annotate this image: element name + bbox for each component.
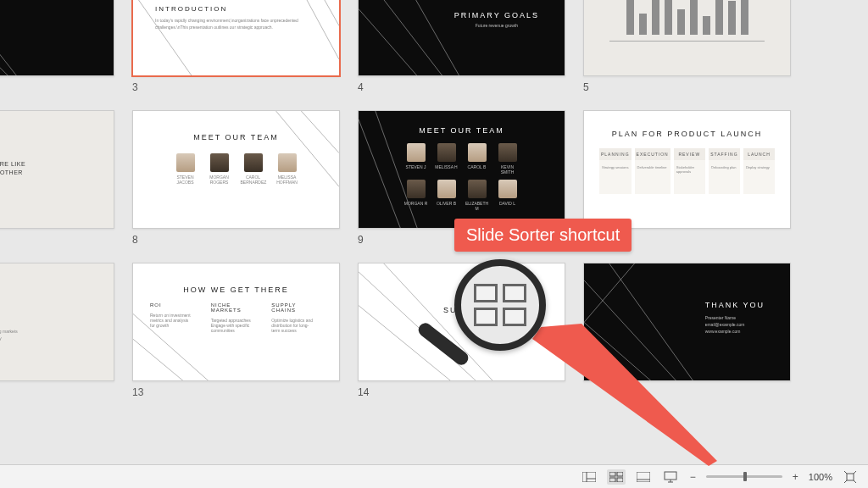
normal-view-button[interactable] bbox=[580, 469, 598, 485]
slide-thumb[interactable]: PRIMARY GOALS Future revenue growth bbox=[358, 0, 565, 76]
slide-body: In today's rapidly changing environment,… bbox=[155, 18, 317, 30]
svg-line-38 bbox=[844, 471, 847, 474]
annotation-magnifier bbox=[454, 259, 546, 351]
fit-to-window-button[interactable] bbox=[841, 469, 860, 485]
slide-thumb[interactable]: ESS OPPORTUNITIES ARE LIKE S. THERE'S AL… bbox=[0, 110, 114, 229]
slide-thumb[interactable]: MEET OUR TEAM STEVEN J MELISSA H CAROL B… bbox=[358, 110, 565, 229]
svg-line-11 bbox=[301, 111, 339, 153]
slide-thumb[interactable]: THANK YOU Presenter Nameemail@example.co… bbox=[583, 263, 791, 381]
svg-rect-32 bbox=[637, 472, 650, 482]
svg-line-9 bbox=[392, 0, 459, 76]
zoom-in-button[interactable]: + bbox=[791, 471, 800, 483]
slide-title: MEET OUR TEAM bbox=[133, 133, 339, 141]
slide-thumb[interactable]: HOW WE GET THERE ROIReturn on investment… bbox=[132, 263, 340, 381]
svg-line-23 bbox=[584, 263, 635, 322]
bar-chart bbox=[584, 0, 790, 35]
zoom-percent[interactable]: 100% bbox=[809, 472, 832, 482]
slide-title: THANK YOU bbox=[705, 301, 765, 309]
slide-title: MEET OUR TEAM bbox=[359, 126, 565, 135]
slide-number: 9 bbox=[358, 234, 364, 246]
team-row: STEVEN J MELISSA H CAROL B KEVIN SMITH bbox=[359, 143, 565, 175]
thumbnail-grid: INTRODUCTION In today's rapidly changing… bbox=[0, 0, 868, 458]
svg-line-0 bbox=[0, 0, 8, 76]
slide-thumb[interactable]: INTRODUCTION In today's rapidly changing… bbox=[132, 0, 340, 76]
slide-title: PLAN FOR PRODUCT LAUNCH bbox=[584, 130, 790, 138]
svg-line-8 bbox=[359, 0, 442, 76]
svg-line-20 bbox=[584, 280, 676, 381]
zoom-out-button[interactable]: − bbox=[688, 471, 698, 483]
svg-rect-25 bbox=[582, 472, 596, 482]
slide-thumb[interactable]: MEET OUR TEAM STEVEN JACOBS MORGAN ROGER… bbox=[132, 110, 340, 229]
svg-line-22 bbox=[584, 322, 651, 380]
slide-sorter-button[interactable] bbox=[607, 469, 626, 485]
svg-line-39 bbox=[854, 471, 856, 474]
slide-thumb[interactable] bbox=[583, 0, 791, 76]
slide-title: INTRODUCTION bbox=[155, 5, 317, 13]
svg-line-40 bbox=[844, 480, 847, 483]
slide-number: 13 bbox=[132, 386, 143, 398]
slide-number: 14 bbox=[358, 386, 369, 398]
svg-rect-34 bbox=[665, 472, 676, 480]
columns: ROIReturn on investmentmetrics and analy… bbox=[150, 302, 322, 333]
svg-rect-28 bbox=[609, 472, 615, 476]
svg-line-21 bbox=[609, 263, 693, 381]
slideshow-button[interactable] bbox=[661, 469, 680, 485]
slide-number: 3 bbox=[132, 81, 138, 93]
reading-view-button[interactable] bbox=[634, 469, 653, 485]
slide-body: Presenter Nameemail@example.comwww.examp… bbox=[705, 314, 765, 335]
zoom-slider[interactable] bbox=[706, 475, 782, 478]
slide-sorter-canvas: INTRODUCTION In today's rapidly changing… bbox=[0, 0, 868, 488]
slide-title: HOW WE GET THERE bbox=[133, 286, 339, 294]
svg-line-41 bbox=[854, 480, 856, 483]
slide-subtitle: Future revenue growth bbox=[454, 23, 539, 28]
svg-line-10 bbox=[359, 9, 417, 76]
annotation-callout: Slide Sorter shortcut bbox=[454, 219, 632, 252]
svg-rect-29 bbox=[617, 472, 623, 476]
slide-title: PRIMARY GOALS bbox=[454, 11, 539, 19]
slide-title: CLOUD-BASED OPPORTUNITIES bbox=[0, 301, 1, 318]
slide-thumb[interactable] bbox=[0, 0, 114, 76]
team-row: MORGAN R OLIVER B ELIZABETH M DAVID L bbox=[359, 180, 565, 211]
slide-thumb[interactable]: CLOUD-BASED OPPORTUNITIES Cloud opportun… bbox=[0, 263, 114, 381]
team-row: STEVEN JACOBS MORGAN ROGERS CAROL BERNAR… bbox=[133, 153, 339, 185]
slide-number: 5 bbox=[583, 81, 589, 93]
slide-sorter-icon bbox=[474, 284, 526, 326]
svg-rect-37 bbox=[847, 474, 854, 480]
plan-table: PLANNINGStrategy sessions EXECUTIONDeliv… bbox=[599, 148, 775, 194]
svg-rect-30 bbox=[609, 478, 615, 482]
slide-body: Cloud opportunities in emerging marketsI… bbox=[0, 328, 18, 341]
svg-line-15 bbox=[133, 339, 184, 381]
slide-number: 8 bbox=[132, 234, 138, 246]
slide-quote: ESS OPPORTUNITIES ARE LIKE S. THERE'S AL… bbox=[0, 160, 25, 185]
svg-rect-31 bbox=[617, 478, 623, 482]
slide-number: 4 bbox=[358, 81, 364, 93]
svg-line-1 bbox=[0, 0, 17, 76]
slide-thumb[interactable]: PLAN FOR PRODUCT LAUNCH PLANNINGStrategy… bbox=[583, 110, 791, 229]
status-bar: − + 100% bbox=[0, 464, 868, 488]
